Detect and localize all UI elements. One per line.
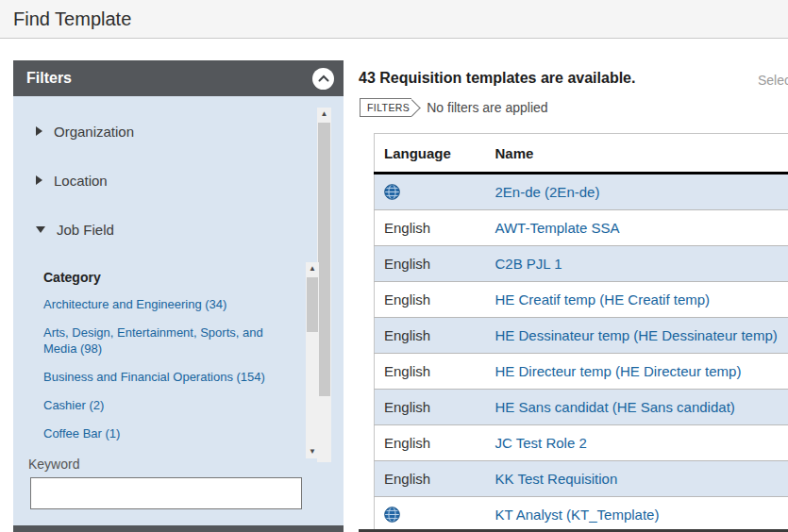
name-cell: KK Test Requisition [486, 461, 788, 497]
template-name-link[interactable]: HE Creatif temp (HE Creatif temp) [495, 291, 711, 308]
template-row: EnglishAWT-Template SSA [375, 210, 788, 246]
filters-panel-header: Filters [13, 60, 344, 96]
category-filter-link[interactable]: Arts, Design, Entertainment, Sports, and… [43, 324, 272, 357]
column-header-name[interactable]: Name [486, 134, 788, 174]
name-cell: 2En-de (2En-de) [486, 174, 788, 210]
results-summary: 43 Requisition templates are available. [359, 70, 635, 87]
scrollbar-thumb[interactable] [307, 277, 318, 332]
scroll-up-icon[interactable]: ▲ [317, 108, 331, 121]
template-name-link[interactable]: 2En-de (2En-de) [495, 184, 600, 200]
category-filter-link[interactable]: Coffee Bar (1) [43, 425, 272, 441]
filters-panel: Filters Organization Location Job Field … [13, 60, 344, 532]
language-cell: English [375, 425, 486, 461]
filter-section-label: Job Field [57, 222, 114, 238]
scroll-up-icon[interactable]: ▲ [306, 262, 319, 275]
expand-down-icon [36, 226, 45, 233]
select-link[interactable]: Select [758, 73, 788, 88]
language-cell [375, 497, 486, 532]
template-name-link[interactable]: JC Test Role 2 [495, 435, 587, 451]
globe-icon [384, 507, 400, 523]
name-cell: HE Directeur temp (HE Directeur temp) [486, 354, 788, 390]
name-cell: HE Creatif temp (HE Creatif temp) [486, 282, 788, 318]
filters-tag-label: FILTERS [367, 102, 410, 113]
templates-table-wrap: Language Name 2En-de (2En-de)EnglishAWT-… [374, 133, 788, 532]
language-cell: English [375, 282, 486, 318]
applied-filters-row: FILTERS No filters are applied [360, 98, 548, 117]
category-filter-link[interactable]: Business and Financial Operations (154) [43, 369, 272, 385]
template-name-link[interactable]: HE Directeur temp (HE Directeur temp) [495, 363, 742, 379]
category-list: Architecture and Engineering (34)Arts, D… [13, 296, 344, 441]
template-row: EnglishC2B PJL 1 [375, 246, 788, 282]
filters-tag: FILTERS [360, 98, 411, 117]
name-cell: AWT-Template SSA [486, 210, 788, 246]
category-filter-link[interactable]: Cashier (2) [43, 397, 272, 413]
template-row: EnglishHE Sans candidat (HE Sans candida… [375, 390, 788, 425]
template-name-link[interactable]: HE Dessinateur temp (HE Dessinateur temp… [495, 327, 778, 343]
keyword-input[interactable] [30, 477, 302, 509]
page-header: Find Template [0, 0, 788, 39]
category-heading: Category [43, 270, 344, 285]
template-row: 2En-de (2En-de) [375, 174, 788, 210]
template-name-link[interactable]: AWT-Template SSA [495, 220, 620, 236]
filters-panel-footer [13, 525, 344, 532]
keyword-label: Keyword [28, 457, 344, 472]
category-filter-link[interactable]: Architecture and Engineering (34) [43, 296, 272, 312]
name-cell: JC Test Role 2 [486, 425, 788, 461]
name-cell: HE Dessinateur temp (HE Dessinateur temp… [486, 318, 788, 354]
template-row: EnglishHE Dessinateur temp (HE Dessinate… [375, 318, 788, 354]
language-cell: English [375, 390, 486, 425]
filters-panel-title: Filters [26, 70, 72, 87]
templates-table: Language Name 2En-de (2En-de)EnglishAWT-… [374, 133, 788, 532]
language-cell: English [375, 318, 486, 354]
template-row: EnglishKK Test Requisition [375, 461, 788, 497]
column-header-language[interactable]: Language [375, 134, 486, 174]
language-cell: English [375, 210, 486, 246]
language-cell: English [375, 354, 486, 390]
name-cell: HE Sans candidat (HE Sans candidat) [486, 390, 788, 425]
expand-right-icon [36, 126, 42, 136]
language-cell: English [375, 461, 486, 497]
template-row: EnglishHE Creatif temp (HE Creatif temp) [375, 282, 788, 318]
template-row: EnglishHE Directeur temp (HE Directeur t… [375, 354, 788, 390]
table-header-row: Language Name [375, 134, 788, 174]
language-cell: English [375, 246, 486, 282]
category-scrollbar[interactable]: ▲ ▼ [306, 262, 319, 458]
filter-section-label: Location [54, 173, 108, 189]
scroll-down-icon[interactable]: ▼ [306, 445, 319, 458]
scrollbar-thumb[interactable] [318, 123, 330, 396]
template-name-link[interactable]: HE Sans candidat (HE Sans candidat) [495, 399, 735, 415]
sidebar-scrollbar[interactable]: ▲ [317, 108, 331, 462]
filters-status-text: No filters are applied [427, 100, 547, 115]
filter-section-job-field[interactable]: Job Field [36, 221, 344, 238]
name-cell: KT Analyst (KT_Template) [486, 497, 788, 532]
template-row: KT Analyst (KT_Template) [375, 497, 788, 532]
language-cell [375, 174, 486, 210]
page-title: Find Template [13, 8, 131, 30]
chevron-up-icon [318, 75, 329, 82]
filter-section-label: Organization [54, 124, 134, 140]
filter-section-location[interactable]: Location [36, 172, 344, 189]
template-name-link[interactable]: KK Test Requisition [495, 471, 618, 487]
filter-section-organization[interactable]: Organization [36, 123, 344, 140]
expand-right-icon [36, 175, 42, 185]
template-name-link[interactable]: C2B PJL 1 [495, 256, 562, 272]
filters-panel-body: Organization Location Job Field Category… [13, 96, 344, 532]
template-row: EnglishJC Test Role 2 [375, 425, 788, 461]
globe-icon [384, 184, 400, 200]
template-name-link[interactable]: KT Analyst (KT_Template) [495, 507, 660, 523]
name-cell: C2B PJL 1 [486, 246, 788, 282]
filters-collapse-button[interactable] [312, 68, 334, 90]
